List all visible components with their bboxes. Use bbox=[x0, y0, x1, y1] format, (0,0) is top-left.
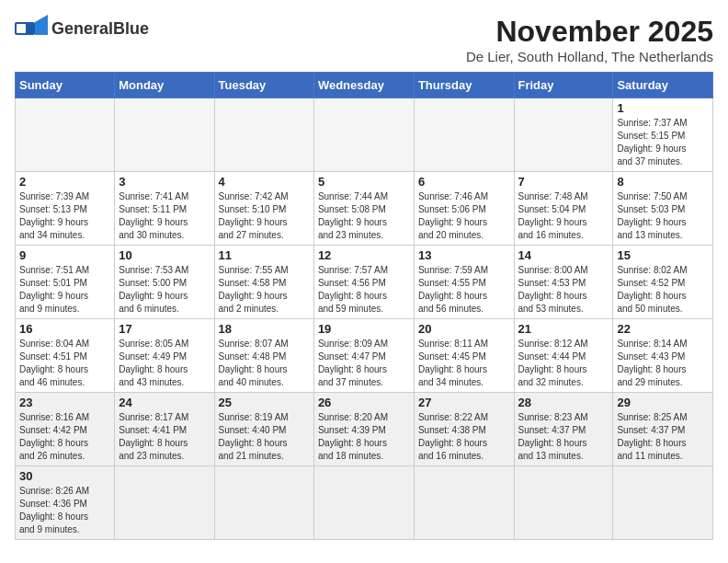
day-number: 1 bbox=[617, 101, 709, 115]
day-number: 28 bbox=[518, 396, 609, 409]
calendar-cell: 4Sunrise: 7:42 AM Sunset: 5:10 PM Daylig… bbox=[214, 172, 313, 246]
day-info: Sunrise: 7:46 AM Sunset: 5:06 PM Dayligh… bbox=[418, 190, 510, 242]
calendar-cell: 7Sunrise: 7:48 AM Sunset: 5:04 PM Daylig… bbox=[514, 172, 613, 246]
day-info: Sunrise: 8:23 AM Sunset: 4:37 PM Dayligh… bbox=[518, 411, 609, 463]
calendar-cell: 13Sunrise: 7:59 AM Sunset: 4:55 PM Dayli… bbox=[414, 246, 514, 319]
day-info: Sunrise: 7:44 AM Sunset: 5:08 PM Dayligh… bbox=[318, 190, 410, 242]
svg-marker-1 bbox=[35, 15, 48, 35]
day-info: Sunrise: 7:59 AM Sunset: 4:55 PM Dayligh… bbox=[418, 264, 510, 316]
day-number: 29 bbox=[617, 396, 709, 409]
logo-text: GeneralBlue bbox=[51, 19, 149, 39]
calendar-cell: 25Sunrise: 8:19 AM Sunset: 4:40 PM Dayli… bbox=[214, 393, 313, 466]
day-number: 25 bbox=[219, 396, 310, 409]
calendar-cell bbox=[115, 466, 214, 540]
calendar-cell bbox=[313, 466, 414, 540]
day-number: 7 bbox=[518, 175, 609, 189]
calendar-cell: 18Sunrise: 8:07 AM Sunset: 4:48 PM Dayli… bbox=[214, 319, 313, 393]
day-number: 26 bbox=[318, 396, 410, 409]
day-number: 21 bbox=[518, 322, 609, 336]
calendar-cell: 30Sunrise: 8:26 AM Sunset: 4:36 PM Dayli… bbox=[16, 466, 115, 540]
day-info: Sunrise: 7:41 AM Sunset: 5:11 PM Dayligh… bbox=[119, 190, 210, 242]
logo-label: GeneralBlue bbox=[51, 19, 149, 38]
day-info: Sunrise: 7:53 AM Sunset: 5:00 PM Dayligh… bbox=[119, 264, 210, 316]
day-info: Sunrise: 8:04 AM Sunset: 4:51 PM Dayligh… bbox=[19, 338, 110, 389]
calendar-cell: 26Sunrise: 8:20 AM Sunset: 4:39 PM Dayli… bbox=[313, 393, 414, 466]
day-number: 3 bbox=[119, 175, 210, 189]
calendar-cell: 19Sunrise: 8:09 AM Sunset: 4:47 PM Dayli… bbox=[313, 319, 414, 393]
day-number: 11 bbox=[219, 248, 310, 262]
day-number: 8 bbox=[617, 175, 709, 189]
calendar-cell: 16Sunrise: 8:04 AM Sunset: 4:51 PM Dayli… bbox=[16, 319, 115, 393]
calendar-cell: 1Sunrise: 7:37 AM Sunset: 5:15 PM Daylig… bbox=[613, 98, 713, 172]
day-number: 24 bbox=[119, 396, 210, 409]
day-info: Sunrise: 8:19 AM Sunset: 4:40 PM Dayligh… bbox=[219, 411, 310, 463]
calendar-cell: 11Sunrise: 7:55 AM Sunset: 4:58 PM Dayli… bbox=[214, 246, 313, 319]
day-info: Sunrise: 8:16 AM Sunset: 4:42 PM Dayligh… bbox=[19, 411, 110, 463]
day-number: 9 bbox=[19, 248, 110, 262]
day-info: Sunrise: 8:07 AM Sunset: 4:48 PM Dayligh… bbox=[219, 338, 310, 389]
day-number: 14 bbox=[518, 248, 609, 262]
calendar-cell bbox=[115, 98, 214, 172]
calendar-cell: 15Sunrise: 8:02 AM Sunset: 4:52 PM Dayli… bbox=[613, 246, 713, 319]
calendar-cell: 9Sunrise: 7:51 AM Sunset: 5:01 PM Daylig… bbox=[16, 246, 115, 319]
day-info: Sunrise: 7:57 AM Sunset: 4:56 PM Dayligh… bbox=[318, 264, 410, 316]
calendar-cell: 6Sunrise: 7:46 AM Sunset: 5:06 PM Daylig… bbox=[414, 172, 514, 246]
day-info: Sunrise: 7:48 AM Sunset: 5:04 PM Dayligh… bbox=[518, 190, 609, 242]
calendar-cell bbox=[214, 466, 313, 540]
calendar-cell: 3Sunrise: 7:41 AM Sunset: 5:11 PM Daylig… bbox=[115, 172, 214, 246]
day-info: Sunrise: 8:20 AM Sunset: 4:39 PM Dayligh… bbox=[318, 411, 410, 463]
location-title: De Lier, South Holland, The Netherlands bbox=[466, 49, 713, 64]
day-info: Sunrise: 7:50 AM Sunset: 5:03 PM Dayligh… bbox=[617, 190, 709, 242]
day-info: Sunrise: 7:42 AM Sunset: 5:10 PM Dayligh… bbox=[219, 190, 310, 242]
calendar-cell bbox=[514, 98, 613, 172]
calendar-cell bbox=[514, 466, 613, 540]
day-info: Sunrise: 7:37 AM Sunset: 5:15 PM Dayligh… bbox=[617, 117, 709, 168]
day-info: Sunrise: 8:09 AM Sunset: 4:47 PM Dayligh… bbox=[318, 338, 410, 389]
calendar-cell bbox=[414, 466, 514, 540]
day-number: 6 bbox=[418, 175, 510, 189]
day-number: 20 bbox=[418, 322, 510, 336]
calendar-cell: 29Sunrise: 8:25 AM Sunset: 4:37 PM Dayli… bbox=[613, 393, 713, 466]
header: GeneralBlue November 2025 De Lier, South… bbox=[15, 15, 713, 64]
calendar-cell: 22Sunrise: 8:14 AM Sunset: 4:43 PM Dayli… bbox=[613, 319, 713, 393]
day-number: 10 bbox=[119, 248, 210, 262]
calendar-cell: 8Sunrise: 7:50 AM Sunset: 5:03 PM Daylig… bbox=[613, 172, 713, 246]
weekday-header-sunday: Sunday bbox=[16, 73, 115, 98]
calendar-cell: 24Sunrise: 8:17 AM Sunset: 4:41 PM Dayli… bbox=[115, 393, 214, 466]
day-number: 22 bbox=[617, 322, 709, 336]
day-number: 19 bbox=[318, 322, 410, 336]
calendar-cell: 5Sunrise: 7:44 AM Sunset: 5:08 PM Daylig… bbox=[313, 172, 414, 246]
day-info: Sunrise: 7:51 AM Sunset: 5:01 PM Dayligh… bbox=[19, 264, 110, 316]
calendar-cell: 28Sunrise: 8:23 AM Sunset: 4:37 PM Dayli… bbox=[514, 393, 613, 466]
day-info: Sunrise: 8:26 AM Sunset: 4:36 PM Dayligh… bbox=[19, 485, 110, 536]
calendar-cell: 21Sunrise: 8:12 AM Sunset: 4:44 PM Dayli… bbox=[514, 319, 613, 393]
logo: GeneralBlue bbox=[15, 15, 149, 42]
calendar-cell: 2Sunrise: 7:39 AM Sunset: 5:13 PM Daylig… bbox=[16, 172, 115, 246]
weekday-header-wednesday: Wednesday bbox=[313, 73, 414, 98]
calendar: SundayMondayTuesdayWednesdayThursdayFrid… bbox=[15, 72, 713, 540]
day-info: Sunrise: 8:14 AM Sunset: 4:43 PM Dayligh… bbox=[617, 338, 709, 389]
day-number: 15 bbox=[617, 248, 709, 262]
day-number: 12 bbox=[318, 248, 410, 262]
weekday-header-tuesday: Tuesday bbox=[214, 73, 313, 98]
day-info: Sunrise: 8:11 AM Sunset: 4:45 PM Dayligh… bbox=[418, 338, 510, 389]
calendar-cell bbox=[414, 98, 514, 172]
day-number: 5 bbox=[318, 175, 410, 189]
day-number: 30 bbox=[19, 469, 110, 483]
day-number: 13 bbox=[418, 248, 510, 262]
title-block: November 2025 De Lier, South Holland, Th… bbox=[466, 15, 713, 64]
weekday-header-friday: Friday bbox=[514, 73, 613, 98]
calendar-cell: 10Sunrise: 7:53 AM Sunset: 5:00 PM Dayli… bbox=[115, 246, 214, 319]
day-info: Sunrise: 7:39 AM Sunset: 5:13 PM Dayligh… bbox=[19, 190, 110, 242]
weekday-header-saturday: Saturday bbox=[613, 73, 713, 98]
calendar-cell: 12Sunrise: 7:57 AM Sunset: 4:56 PM Dayli… bbox=[313, 246, 414, 319]
day-number: 18 bbox=[219, 322, 310, 336]
calendar-cell bbox=[613, 466, 713, 540]
calendar-cell: 17Sunrise: 8:05 AM Sunset: 4:49 PM Dayli… bbox=[115, 319, 214, 393]
day-info: Sunrise: 8:00 AM Sunset: 4:53 PM Dayligh… bbox=[518, 264, 609, 316]
day-number: 17 bbox=[119, 322, 210, 336]
calendar-cell: 23Sunrise: 8:16 AM Sunset: 4:42 PM Dayli… bbox=[16, 393, 115, 466]
calendar-cell bbox=[313, 98, 414, 172]
day-info: Sunrise: 7:55 AM Sunset: 4:58 PM Dayligh… bbox=[219, 264, 310, 316]
day-info: Sunrise: 8:22 AM Sunset: 4:38 PM Dayligh… bbox=[418, 411, 510, 463]
